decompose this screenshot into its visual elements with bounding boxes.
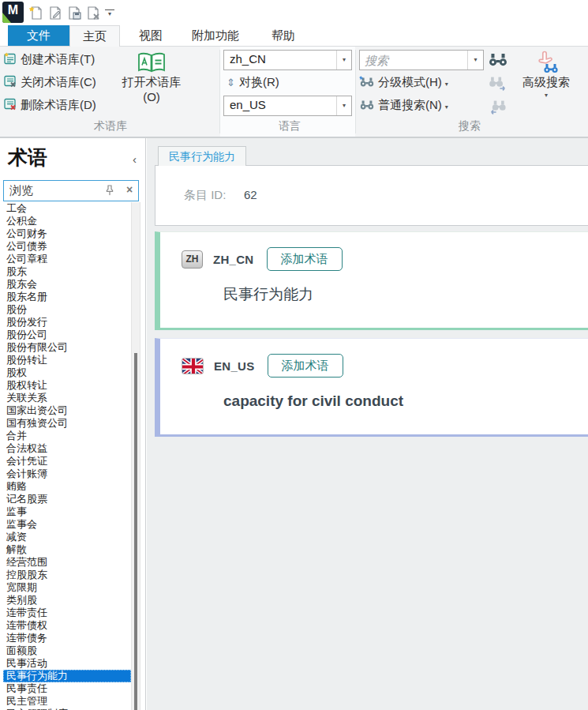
- list-item[interactable]: 股东会: [3, 278, 131, 291]
- list-item[interactable]: 监事: [3, 505, 131, 518]
- list-item[interactable]: 国有独资公司: [3, 417, 131, 430]
- list-item[interactable]: 宽限期: [3, 581, 131, 594]
- list-item[interactable]: 股份有限公司: [3, 341, 131, 354]
- zh-language-card: ZH ZH_CN 添加术语 民事行为能力: [155, 231, 588, 330]
- ribbon: 创建术语库(T) 关闭术语库(C) 删除术语库(D) 打开术语库(O) 术语库 …: [0, 46, 588, 137]
- logo-letter: M: [2, 3, 24, 17]
- en-language-code: EN_US: [214, 359, 255, 373]
- vertical-scrollbar[interactable]: [131, 202, 140, 710]
- quick-access-options-icon[interactable]: ▾: [105, 9, 114, 17]
- list-item[interactable]: 记名股票: [3, 493, 131, 505]
- list-item[interactable]: 民事活动: [3, 657, 131, 670]
- pin-icon[interactable]: [105, 185, 114, 197]
- search-forward-icon[interactable]: [489, 75, 507, 92]
- list-item[interactable]: 面额股: [3, 644, 131, 657]
- new-document-icon[interactable]: [28, 6, 44, 21]
- search-combobox: ▾: [359, 50, 484, 70]
- list-item[interactable]: 股权转让: [3, 379, 131, 392]
- list-item[interactable]: 贿赂: [3, 480, 131, 493]
- list-item[interactable]: 民主管理: [3, 695, 131, 708]
- list-item[interactable]: 工会: [3, 202, 131, 215]
- list-item[interactable]: 连带债务: [3, 632, 131, 644]
- list-item[interactable]: 公司财务: [3, 227, 131, 240]
- close-termbase-label: 关闭术语库(C): [21, 75, 96, 88]
- normal-search-button[interactable]: 普通搜索(N)▾: [359, 96, 448, 115]
- entry-id-label: 条目 ID:: [184, 188, 226, 203]
- list-item[interactable]: 监事会: [3, 518, 131, 531]
- hierarchical-mode-label: 分级模式(H): [378, 75, 442, 88]
- browse-bar[interactable]: 浏览 ×: [3, 180, 139, 201]
- create-termbase-icon: [4, 52, 17, 65]
- list-item[interactable]: 民事行为能力: [3, 670, 131, 682]
- en-language-card: EN_US 添加术语 capacity for civil conduct: [155, 338, 588, 437]
- hierarchical-mode-button[interactable]: 分级模式(H)▾: [359, 73, 448, 92]
- open-termbase-button[interactable]: 打开术语库(O): [118, 48, 185, 118]
- list-item[interactable]: 连带责任: [3, 607, 131, 619]
- list-item[interactable]: 减资: [3, 531, 131, 543]
- delete-termbase-button[interactable]: 删除术语库(D): [4, 96, 96, 115]
- list-item[interactable]: 股东名册: [3, 291, 131, 303]
- list-item[interactable]: 解散: [3, 543, 131, 556]
- tab-view[interactable]: 视图: [126, 25, 175, 46]
- target-language-combobox[interactable]: en_US ▾: [223, 96, 352, 116]
- terms-sidebar: 术语 ‹ 浏览 × 工会公积金公司财务公司债券公司章程股东股东会股东名册股份股份…: [0, 138, 146, 710]
- group-separator: [355, 50, 356, 133]
- list-item[interactable]: 股份转让: [3, 354, 131, 366]
- search-input[interactable]: [360, 51, 466, 69]
- edit-document-icon[interactable]: [47, 6, 63, 21]
- chevron-down-icon[interactable]: ▾: [336, 51, 351, 69]
- run-search-icon[interactable]: [489, 51, 507, 69]
- search-back-icon[interactable]: [489, 99, 507, 116]
- list-item[interactable]: 公司章程: [3, 253, 131, 265]
- list-item[interactable]: 股份: [3, 303, 131, 316]
- entry-document-tab[interactable]: 民事行为能力: [158, 146, 246, 166]
- close-document-icon[interactable]: [85, 6, 101, 21]
- entry-editor-pane: 民事行为能力 条目 ID: 62 ZH ZH_CN 添加术语 民事行为能力 EN…: [147, 138, 588, 710]
- term-list: 工会公积金公司财务公司债券公司章程股东股东会股东名册股份股份发行股份公司股份有限…: [3, 202, 131, 710]
- zh-language-code: ZH_CN: [213, 253, 254, 266]
- list-item[interactable]: 合并: [3, 430, 131, 442]
- chevron-down-icon: ▾: [445, 103, 448, 111]
- chevron-down-icon[interactable]: ▾: [467, 51, 483, 69]
- add-term-button-en[interactable]: 添加术语: [268, 354, 343, 378]
- list-item[interactable]: 连带债权: [3, 619, 131, 632]
- close-browse-icon[interactable]: ×: [126, 183, 133, 196]
- advanced-search-label: 高级搜索: [522, 75, 570, 88]
- hierarchical-mode-icon: [359, 76, 374, 88]
- chevron-down-icon[interactable]: ▾: [336, 96, 351, 115]
- tab-home[interactable]: 主页: [69, 25, 120, 47]
- list-item[interactable]: 会计凭证: [3, 455, 131, 468]
- list-item[interactable]: 会计账簿: [3, 468, 131, 480]
- tab-help[interactable]: 帮助: [259, 25, 308, 46]
- zh-card-header: ZH ZH_CN 添加术语: [182, 246, 343, 272]
- swap-languages-label: 对换(R): [239, 75, 279, 88]
- source-language-combobox[interactable]: zh_CN ▾: [223, 50, 352, 70]
- list-item[interactable]: 合法权益: [3, 442, 131, 455]
- add-term-button-zh[interactable]: 添加术语: [267, 247, 343, 271]
- list-item[interactable]: 股份发行: [3, 316, 131, 329]
- list-item[interactable]: 民事责任: [3, 682, 131, 695]
- list-item[interactable]: 股份公司: [3, 329, 131, 341]
- swap-languages-button[interactable]: ⇕对换(R): [227, 73, 279, 92]
- list-item[interactable]: 公司债券: [3, 240, 131, 253]
- list-item[interactable]: 关联关系: [3, 392, 131, 404]
- list-item[interactable]: 控股股东: [3, 569, 131, 581]
- list-item[interactable]: 国家出资公司: [3, 404, 131, 417]
- menu-tab-bar: 文件 主页 视图 附加功能 帮助: [0, 25, 588, 46]
- zh-term-text[interactable]: 民事行为能力: [223, 284, 313, 305]
- close-termbase-button[interactable]: 关闭术语库(C): [4, 73, 96, 92]
- list-item[interactable]: 类别股: [3, 594, 131, 607]
- list-item[interactable]: 公积金: [3, 215, 131, 227]
- termbase-group-label: 术语库: [47, 119, 174, 135]
- en-term-text[interactable]: capacity for civil conduct: [223, 393, 403, 410]
- advanced-search-button[interactable]: 高级搜索 ▾: [510, 48, 582, 124]
- scrollbar-thumb[interactable]: [134, 353, 137, 710]
- save-document-icon[interactable]: [66, 6, 82, 21]
- list-item[interactable]: 股权: [3, 366, 131, 379]
- collapse-sidebar-icon[interactable]: ‹: [133, 152, 137, 166]
- list-item[interactable]: 股东: [3, 265, 131, 278]
- tab-addons[interactable]: 附加功能: [180, 25, 251, 46]
- list-item[interactable]: 经营范围: [3, 556, 131, 569]
- tab-file[interactable]: 文件: [8, 25, 69, 46]
- create-termbase-button[interactable]: 创建术语库(T): [4, 50, 95, 69]
